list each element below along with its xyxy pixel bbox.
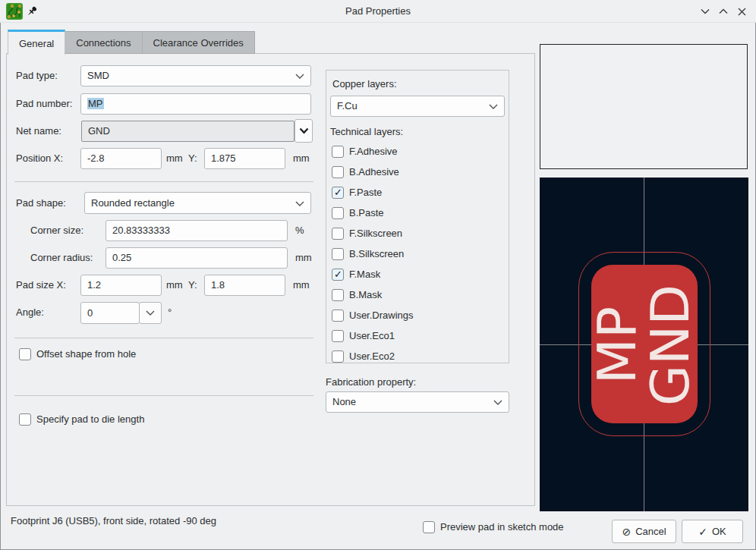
layer-label-b-silkscreen: B.Silkscreen [349,248,404,260]
offset-shape-checkbox[interactable] [19,348,31,360]
separator [14,338,313,338]
tab-connections-label: Connections [76,37,131,49]
angle-input[interactable]: 0 [80,302,140,324]
pad-size-y-unit: mm [293,275,310,296]
chevron-down-icon [295,201,304,207]
sketch-mode-label: Preview pad in sketch mode [440,521,564,533]
title-bar: Pad Properties [0,0,756,23]
checkbox-f-silkscreen[interactable] [332,228,344,240]
fabrication-property-value: None [332,396,356,407]
angle-label: Angle: [16,302,44,323]
layer-label-b-mask: B.Mask [349,289,382,301]
layer-label-b-adhesive: B.Adhesive [349,166,399,178]
checkbox-f-adhesive[interactable] [332,146,344,158]
general-tab-panel: Pad type: SMD Pad number: MP Net name: G… [6,53,535,506]
layer-label-user-eco2: User.Eco2 [349,350,395,363]
corner-radius-input[interactable]: 0.25 [106,247,288,269]
corner-radius-unit: mm [295,247,312,269]
checkbox-f-paste[interactable] [332,187,344,199]
checkbox-b-paste[interactable] [332,207,344,219]
parent-footprint-preview [540,44,748,169]
offset-shape-label: Offset shape from hole [36,348,136,360]
net-name-input[interactable]: GND [81,121,295,142]
tab-connections[interactable]: Connections [65,31,142,54]
shade-button[interactable] [698,5,712,18]
pad-to-die-label: Specify pad to die length [36,413,144,426]
checkbox-user-drawings[interactable] [332,310,344,322]
pad-number-input[interactable]: MP [80,93,311,115]
checkbox-b-silkscreen[interactable] [332,248,344,260]
net-name-value: GND [88,125,110,137]
tab-general[interactable]: General [8,30,65,55]
pad-size-y-value: 1.8 [211,279,225,291]
checkbox-user-eco2[interactable] [332,350,344,363]
maximize-button[interactable] [717,5,730,18]
pad-size-label: Pad size X: [16,275,66,296]
ok-button-label: OK [712,526,726,537]
layer-label-f-silkscreen: F.Silkscreen [349,228,402,240]
copper-layers-value: F.Cu [337,100,358,112]
angle-unit: ° [168,302,172,323]
pad-properties-dialog: { "window": { "title": "Pad Properties" … [0,0,756,550]
position-x-input[interactable]: -2.8 [80,148,162,169]
net-name-label: Net name: [16,121,61,142]
pad-number-value: MP [87,98,104,109]
pad-size-x-unit: mm [166,275,183,296]
separator [14,395,313,396]
status-text: Footprint J6 (USB5), front side, rotated… [11,515,216,527]
ok-button[interactable]: ✓ OK [682,520,743,543]
angle-dropdown-button[interactable] [139,302,162,324]
chevron-down-icon [146,310,155,316]
corner-size-input[interactable]: 20.83333333 [106,220,288,241]
position-label: Position X: [16,148,63,169]
pad-size-y-input[interactable]: 1.8 [204,275,285,296]
pad-type-value: SMD [87,70,109,81]
fabrication-property-select[interactable]: None [326,391,509,413]
chevron-down-icon [493,400,502,406]
pad-preview-canvas: MP GND [540,178,748,511]
corner-size-label: Corner size: [30,220,83,241]
pad-shape-label: Pad shape: [16,193,66,214]
close-icon[interactable] [735,5,748,18]
tab-clearance-overrides-label: Clearance Overrides [153,37,244,49]
window-title: Pad Properties [0,5,756,17]
pad-shape-value: Rounded rectangle [91,197,175,209]
net-name-dropdown-button[interactable] [295,119,313,143]
cancel-button-label: Cancel [635,526,666,537]
pad-to-die-checkbox[interactable] [19,413,31,426]
sketch-mode-checkbox[interactable] [423,521,435,533]
corner-size-value: 20.83333333 [112,225,170,236]
corner-radius-value: 0.25 [112,252,131,263]
checkbox-user-eco1[interactable] [332,330,344,342]
tab-bar: General Connections Clearance Overrides [8,29,255,54]
checkbox-b-mask[interactable] [332,289,344,301]
pad-type-select[interactable]: SMD [80,65,311,86]
copper-layers-select[interactable]: F.Cu [330,96,505,117]
pad-type-label: Pad type: [16,65,58,86]
cancel-button[interactable]: ⊘ Cancel [612,520,676,543]
corner-size-unit: % [295,220,304,241]
checkbox-f-mask[interactable] [332,269,344,281]
copper-layers-label: Copper layers: [332,78,397,90]
tab-clearance-overrides[interactable]: Clearance Overrides [143,31,255,54]
layer-label-user-eco1: User.Eco1 [349,330,395,342]
pad-size-x-input[interactable]: 1.2 [80,275,162,296]
position-y-input[interactable]: 1.875 [204,148,285,169]
position-x-value: -2.8 [87,152,104,164]
checkbox-b-adhesive[interactable] [332,166,344,178]
layer-label-user-drawings: User.Drawings [349,310,414,322]
position-x-unit: mm [166,148,183,169]
angle-value: 0 [87,307,93,319]
chevron-down-icon [295,74,304,80]
tab-general-label: General [19,38,54,49]
layer-label-f-mask: F.Mask [349,269,380,281]
ok-icon: ✓ [698,526,707,537]
chevron-down-icon [299,127,309,134]
position-y-value: 1.875 [211,152,236,164]
pad-net-preview-text: GND [639,284,701,407]
position-y-unit: mm [293,148,310,169]
chevron-down-icon [489,104,498,110]
pad-size-y-label: Y: [188,275,197,296]
cancel-icon: ⊘ [622,526,631,537]
pad-shape-select[interactable]: Rounded rectangle [84,192,311,214]
